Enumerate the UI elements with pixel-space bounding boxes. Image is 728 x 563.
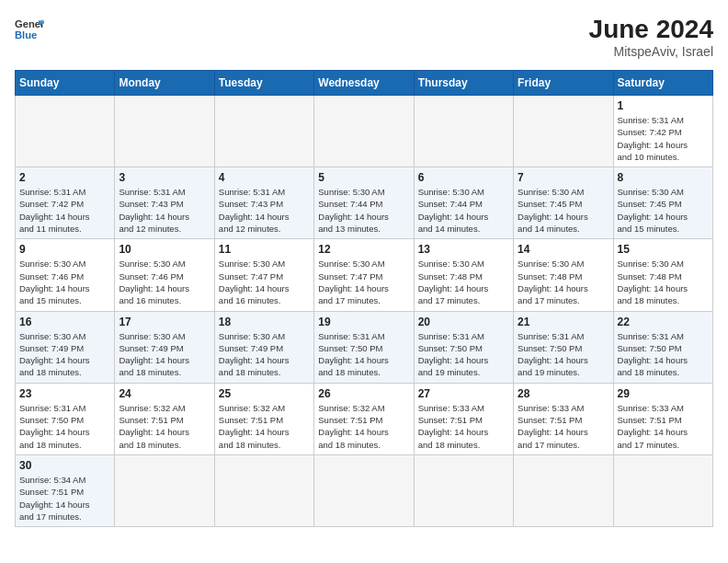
day-number: 14 [518, 243, 609, 256]
day-number: 30 [19, 459, 110, 472]
day-number: 8 [618, 171, 709, 184]
day-info: Sunrise: 5:30 AM Sunset: 7:46 PM Dayligh… [119, 258, 210, 306]
day-number: 6 [418, 171, 509, 184]
calendar-cell: 8Sunrise: 5:30 AM Sunset: 7:45 PM Daylig… [613, 167, 712, 239]
calendar-cell: 22Sunrise: 5:31 AM Sunset: 7:50 PM Dayli… [613, 311, 712, 383]
calendar-week-row: 30Sunrise: 5:34 AM Sunset: 7:51 PM Dayli… [16, 454, 713, 526]
weekday-header-wednesday: Wednesday [314, 71, 414, 96]
calendar-cell [16, 96, 115, 167]
calendar-week-row: 16Sunrise: 5:30 AM Sunset: 7:49 PM Dayli… [16, 311, 713, 383]
day-info: Sunrise: 5:31 AM Sunset: 7:50 PM Dayligh… [318, 330, 409, 379]
day-number: 28 [518, 387, 609, 400]
calendar-cell [115, 454, 214, 526]
calendar-cell: 24Sunrise: 5:32 AM Sunset: 7:51 PM Dayli… [115, 383, 214, 454]
calendar-cell [314, 96, 414, 167]
day-number: 4 [219, 171, 310, 184]
svg-text:General: General [15, 18, 44, 29]
calendar-cell [414, 96, 513, 167]
day-info: Sunrise: 5:32 AM Sunset: 7:51 PM Dayligh… [119, 402, 210, 451]
day-number: 23 [19, 387, 110, 400]
calendar-cell: 20Sunrise: 5:31 AM Sunset: 7:50 PM Dayli… [414, 311, 513, 383]
calendar-week-row: 1Sunrise: 5:31 AM Sunset: 7:42 PM Daylig… [16, 96, 713, 167]
day-info: Sunrise: 5:30 AM Sunset: 7:49 PM Dayligh… [219, 330, 310, 379]
calendar-cell: 25Sunrise: 5:32 AM Sunset: 7:51 PM Dayli… [214, 383, 313, 454]
calendar-cell: 27Sunrise: 5:33 AM Sunset: 7:51 PM Dayli… [414, 383, 513, 454]
calendar-cell [414, 454, 513, 526]
day-info: Sunrise: 5:30 AM Sunset: 7:47 PM Dayligh… [318, 258, 409, 306]
day-info: Sunrise: 5:33 AM Sunset: 7:51 PM Dayligh… [418, 402, 509, 451]
month-year-title: June 2024 [589, 15, 713, 44]
day-info: Sunrise: 5:30 AM Sunset: 7:49 PM Dayligh… [19, 330, 110, 379]
day-number: 18 [219, 316, 310, 328]
weekday-header-sunday: Sunday [16, 71, 115, 96]
calendar-week-row: 9Sunrise: 5:30 AM Sunset: 7:46 PM Daylig… [16, 239, 713, 311]
weekday-header-thursday: Thursday [414, 71, 513, 96]
day-number: 2 [19, 171, 110, 184]
day-info: Sunrise: 5:31 AM Sunset: 7:50 PM Dayligh… [618, 330, 709, 379]
calendar-cell [514, 96, 613, 167]
day-info: Sunrise: 5:30 AM Sunset: 7:44 PM Dayligh… [318, 186, 409, 235]
day-number: 7 [518, 171, 609, 184]
calendar-cell: 5Sunrise: 5:30 AM Sunset: 7:44 PM Daylig… [314, 167, 414, 239]
day-info: Sunrise: 5:31 AM Sunset: 7:50 PM Dayligh… [418, 330, 509, 379]
calendar-cell: 29Sunrise: 5:33 AM Sunset: 7:51 PM Dayli… [613, 383, 712, 454]
day-number: 19 [318, 316, 409, 328]
weekday-header-tuesday: Tuesday [214, 71, 313, 96]
calendar-cell: 4Sunrise: 5:31 AM Sunset: 7:43 PM Daylig… [214, 167, 313, 239]
day-number: 22 [618, 316, 709, 328]
calendar-cell: 17Sunrise: 5:30 AM Sunset: 7:49 PM Dayli… [115, 311, 214, 383]
day-info: Sunrise: 5:30 AM Sunset: 7:45 PM Dayligh… [618, 186, 709, 235]
day-info: Sunrise: 5:30 AM Sunset: 7:48 PM Dayligh… [418, 258, 509, 306]
day-info: Sunrise: 5:30 AM Sunset: 7:44 PM Dayligh… [418, 186, 509, 235]
day-info: Sunrise: 5:30 AM Sunset: 7:48 PM Dayligh… [618, 258, 709, 306]
calendar-cell: 14Sunrise: 5:30 AM Sunset: 7:48 PM Dayli… [514, 239, 613, 311]
day-info: Sunrise: 5:30 AM Sunset: 7:45 PM Dayligh… [518, 186, 609, 235]
weekday-header-monday: Monday [115, 71, 214, 96]
calendar-cell: 9Sunrise: 5:30 AM Sunset: 7:46 PM Daylig… [16, 239, 115, 311]
calendar-cell: 2Sunrise: 5:31 AM Sunset: 7:42 PM Daylig… [16, 167, 115, 239]
calendar-cell: 23Sunrise: 5:31 AM Sunset: 7:50 PM Dayli… [16, 383, 115, 454]
weekday-header-friday: Friday [514, 71, 613, 96]
day-info: Sunrise: 5:33 AM Sunset: 7:51 PM Dayligh… [518, 402, 609, 451]
day-info: Sunrise: 5:32 AM Sunset: 7:51 PM Dayligh… [318, 402, 409, 451]
calendar-cell: 30Sunrise: 5:34 AM Sunset: 7:51 PM Dayli… [16, 454, 115, 526]
day-number: 17 [119, 316, 210, 328]
calendar-cell: 1Sunrise: 5:31 AM Sunset: 7:42 PM Daylig… [613, 96, 712, 167]
calendar-cell [214, 96, 313, 167]
day-number: 12 [318, 243, 409, 256]
calendar-cell [115, 96, 214, 167]
day-number: 27 [418, 387, 509, 400]
day-info: Sunrise: 5:31 AM Sunset: 7:50 PM Dayligh… [19, 402, 110, 451]
calendar-cell: 6Sunrise: 5:30 AM Sunset: 7:44 PM Daylig… [414, 167, 513, 239]
day-number: 29 [618, 387, 709, 400]
day-number: 10 [119, 243, 210, 256]
day-info: Sunrise: 5:31 AM Sunset: 7:50 PM Dayligh… [518, 330, 609, 379]
calendar-table: SundayMondayTuesdayWednesdayThursdayFrid… [15, 70, 713, 527]
weekday-header-saturday: Saturday [613, 71, 712, 96]
day-number: 3 [119, 171, 210, 184]
logo: General Blue [15, 15, 44, 44]
calendar-cell [514, 454, 613, 526]
day-number: 1 [618, 99, 709, 112]
day-info: Sunrise: 5:33 AM Sunset: 7:51 PM Dayligh… [618, 402, 709, 451]
day-number: 15 [618, 243, 709, 256]
calendar-cell: 26Sunrise: 5:32 AM Sunset: 7:51 PM Dayli… [314, 383, 414, 454]
weekday-header-row: SundayMondayTuesdayWednesdayThursdayFrid… [16, 71, 713, 96]
calendar-cell: 13Sunrise: 5:30 AM Sunset: 7:48 PM Dayli… [414, 239, 513, 311]
calendar-cell: 15Sunrise: 5:30 AM Sunset: 7:48 PM Dayli… [613, 239, 712, 311]
day-number: 20 [418, 316, 509, 328]
svg-text:Blue: Blue [15, 29, 37, 40]
day-info: Sunrise: 5:31 AM Sunset: 7:42 PM Dayligh… [618, 114, 709, 163]
day-info: Sunrise: 5:32 AM Sunset: 7:51 PM Dayligh… [219, 402, 310, 451]
day-number: 24 [119, 387, 210, 400]
calendar-cell: 7Sunrise: 5:30 AM Sunset: 7:45 PM Daylig… [514, 167, 613, 239]
calendar-cell [214, 454, 313, 526]
day-info: Sunrise: 5:30 AM Sunset: 7:47 PM Dayligh… [219, 258, 310, 306]
day-number: 9 [19, 243, 110, 256]
title-block: June 2024 MitspeAviv, Israel [589, 15, 713, 59]
day-info: Sunrise: 5:30 AM Sunset: 7:49 PM Dayligh… [119, 330, 210, 379]
calendar-cell: 28Sunrise: 5:33 AM Sunset: 7:51 PM Dayli… [514, 383, 613, 454]
calendar-week-row: 2Sunrise: 5:31 AM Sunset: 7:42 PM Daylig… [16, 167, 713, 239]
location-subtitle: MitspeAviv, Israel [589, 44, 713, 59]
calendar-cell: 10Sunrise: 5:30 AM Sunset: 7:46 PM Dayli… [115, 239, 214, 311]
